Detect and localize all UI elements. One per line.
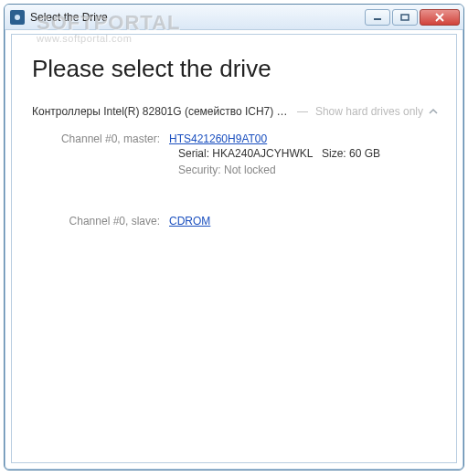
app-icon [10, 10, 25, 25]
drive-link-slave[interactable]: CDROM [169, 215, 210, 227]
controller-row: Контроллеры Intel(R) 82801G (семейство I… [32, 105, 440, 118]
svg-point-0 [15, 15, 20, 20]
window-buttons [365, 9, 460, 26]
drive-slave-block: Channel #0, slave: CDROM [32, 215, 440, 227]
controller-name: Контроллеры Intel(R) 82801G (семейство I… [32, 105, 290, 118]
window-frame: Select the Drive Please select the drive… [4, 4, 464, 471]
page-title: Please select the drive [32, 55, 440, 83]
show-hard-drives-only-link[interactable]: Show hard drives only [315, 105, 423, 118]
channel-label: Channel #0, master: [32, 132, 169, 145]
size-label: Size: [322, 147, 349, 160]
minimize-button[interactable] [365, 9, 390, 26]
size-value: 60 GB [349, 147, 380, 160]
security-value: Not locked [224, 164, 276, 176]
window-title: Select the Drive [30, 11, 108, 24]
serial-value: HKA240AJCYHWKL [212, 147, 313, 160]
maximize-button[interactable] [392, 9, 418, 26]
titlebar[interactable]: Select the Drive [5, 5, 463, 30]
security-label: Security: [178, 164, 224, 176]
svg-rect-1 [374, 18, 381, 20]
close-button[interactable] [420, 9, 460, 26]
serial-label: Serial: [178, 147, 212, 160]
drive-link-master[interactable]: HTS421260H9AT00 [169, 132, 267, 145]
channel-label: Channel #0, slave: [32, 215, 169, 227]
client-area: Please select the drive Контроллеры Inte… [11, 34, 457, 463]
svg-rect-2 [401, 15, 409, 20]
separator: — [290, 105, 315, 118]
drive-master-block: Channel #0, master: HTS421260H9AT00 Seri… [32, 132, 440, 178]
scroll-up-icon[interactable] [423, 107, 438, 117]
drive-details: Serial: HKA240AJCYHWKL Size: 60 GB Secur… [178, 145, 440, 178]
